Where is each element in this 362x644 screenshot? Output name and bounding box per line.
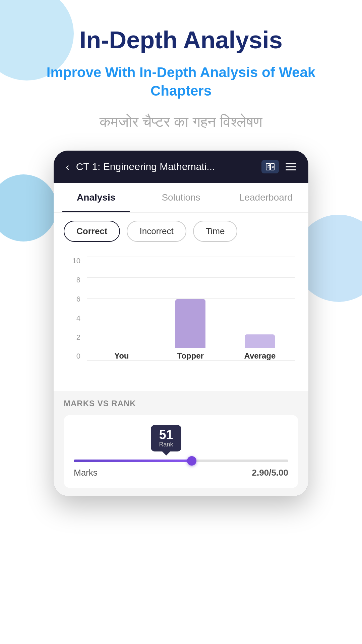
phone-header: ‹ CT 1: Engineering Mathemati... E अ [54, 151, 308, 183]
slider-fill [74, 460, 192, 462]
filter-correct[interactable]: Correct [64, 221, 120, 242]
y-label-0: 0 [67, 352, 80, 361]
bar-topper-rect [175, 299, 205, 348]
bar-average: Average [244, 334, 276, 361]
y-axis: 0 2 4 6 8 10 [67, 257, 80, 361]
bars-group: You Topper Average [87, 257, 295, 361]
marks-row: Marks 2.90/5.00 [74, 468, 288, 478]
rank-card: 51 Rank Marks 2.90/5.00 [64, 415, 298, 488]
tab-leaderboard[interactable]: Leaderboard [224, 183, 308, 212]
header-title: CT 1: Engineering Mathemati... [76, 161, 261, 172]
bar-topper-label: Topper [177, 351, 204, 361]
y-label-2: 2 [67, 333, 80, 342]
bar-you-label: You [114, 351, 129, 361]
bar-chart: 0 2 4 6 8 10 [67, 257, 295, 377]
marks-rank-title: MARKS VS RANK [64, 399, 298, 408]
header-icons: E अ [261, 160, 296, 173]
menu-icon[interactable] [286, 163, 296, 170]
slider-track[interactable] [74, 460, 288, 462]
y-label-10: 10 [67, 257, 80, 265]
bar-average-label: Average [244, 351, 276, 361]
y-label-8: 8 [67, 276, 80, 284]
tab-solutions[interactable]: Solutions [138, 183, 223, 212]
bar-you: You [107, 348, 137, 361]
rank-number: 51 [159, 428, 173, 441]
page-hindi-text: कमजोर चैप्टर का गहन विश्लेषण [86, 113, 276, 130]
bar-average-rect [245, 334, 275, 348]
tabs-row: Analysis Solutions Leaderboard [54, 183, 308, 213]
filter-time[interactable]: Time [193, 221, 238, 242]
phone-mockup: ‹ CT 1: Engineering Mathemati... E अ [54, 151, 308, 496]
tab-analysis[interactable]: Analysis [54, 183, 138, 212]
y-label-6: 6 [67, 295, 80, 304]
marks-rank-section: MARKS VS RANK 51 Rank [54, 391, 308, 496]
slider-thumb[interactable] [187, 456, 196, 466]
bar-topper: Topper [175, 299, 205, 361]
slider-row [74, 460, 288, 462]
rank-label: Rank [159, 441, 173, 448]
chart-content: You Topper Average [87, 257, 295, 361]
chart-area: 0 2 4 6 8 10 [54, 250, 308, 391]
filter-row: Correct Incorrect Time [54, 213, 308, 250]
phone-body: Analysis Solutions Leaderboard Correct I… [54, 183, 308, 496]
marks-label: Marks [74, 468, 98, 478]
page-main-title: In-Depth Analysis [79, 27, 282, 53]
back-button[interactable]: ‹ [66, 161, 69, 173]
marks-value: 2.90/5.00 [252, 468, 288, 478]
page-subtitle: Improve With In-Depth Analysis of Weak C… [0, 63, 362, 100]
filter-incorrect[interactable]: Incorrect [127, 221, 186, 242]
rank-tooltip: 51 Rank [151, 425, 181, 451]
book-icon[interactable]: E अ [261, 160, 279, 173]
svg-text:E: E [267, 165, 270, 169]
y-label-4: 4 [67, 314, 80, 323]
svg-text:अ: अ [272, 165, 274, 169]
